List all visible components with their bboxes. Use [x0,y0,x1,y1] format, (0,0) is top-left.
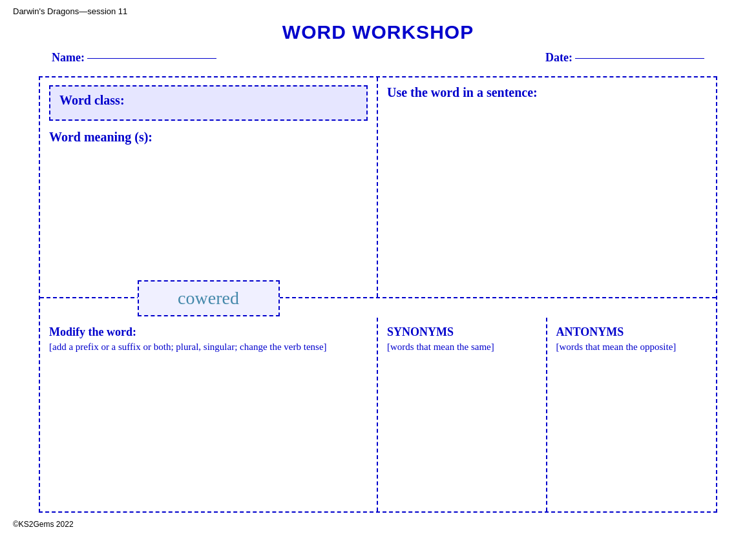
bottom-middle: SYNONYMS [words that mean the same] [378,318,547,511]
bottom-right: ANTONYMS [words that mean the opposite] [547,318,717,511]
bottom-section: Modify the word: [add a prefix or a suff… [40,318,716,511]
modify-title: Modify the word: [49,325,136,338]
left-panel: Word class: Word meaning (s): cowered [40,77,378,297]
date-label: Date: [545,51,704,65]
footer: ©KS2Gems 2022 [13,520,74,529]
center-word-box: cowered [138,280,280,316]
main-title: WORD WORKSHOP [0,16,756,43]
bottom-left: Modify the word: [add a prefix or a suff… [40,318,378,511]
antonyms-title: ANTONYMS [556,325,624,338]
synonyms-title: SYNONYMS [387,325,454,338]
center-word-container: cowered [138,280,280,316]
center-word: cowered [178,288,239,308]
sentence-label: Use the word in a sentence: [387,85,707,100]
word-class-label: Word class: [59,93,125,107]
page: Darwin's Dragons—session 11 WORD WORKSHO… [0,0,756,534]
modify-detail-text: [add a prefix or a suffix or both; plura… [49,342,368,353]
main-grid: Word class: Word meaning (s): cowered Us… [39,76,717,513]
right-panel: Use the word in a sentence: [378,77,716,297]
word-class-box: Word class: [49,85,368,121]
modify-label: Modify the word: [49,325,368,339]
synonyms-detail-text: [words that mean the same] [387,342,537,353]
word-meaning-label: Word meaning (s): [49,130,368,145]
antonyms-label: ANTONYMS [556,325,708,339]
name-label: Name: [52,51,216,65]
top-bar: Darwin's Dragons—session 11 [0,0,756,16]
session-label: Darwin's Dragons—session 11 [13,6,127,16]
top-section: Word class: Word meaning (s): cowered Us… [40,77,716,298]
synonyms-label: SYNONYMS [387,325,537,339]
antonyms-detail-text: [words that mean the opposite] [556,342,708,353]
name-date-row: Name: Date: [0,46,756,70]
